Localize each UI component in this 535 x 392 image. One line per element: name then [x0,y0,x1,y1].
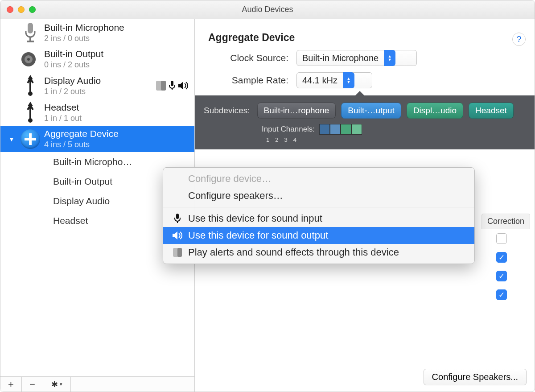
clock-source-value: Built-in Microphone [297,53,384,63]
menu-use-for-input[interactable]: Use this device for sound input [163,210,474,227]
device-io: 1 in / 1 out [44,114,190,123]
menu-separator [163,207,474,207]
device-context-menu: Configure device… Configure speakers… Us… [163,167,475,264]
stepper-arrows-icon: ▲▼ [343,72,354,88]
microphone-icon [169,81,176,91]
subdevices-label: Subdevices: [204,106,250,116]
device-io: 4 ins / 5 outs [44,140,190,149]
subdevice-pill[interactable]: Built-in…rophone [257,103,336,119]
device-aggregate[interactable]: ▼ Aggregate Device 4 ins / 5 outs [0,126,194,152]
device-io: 0 ins / 2 outs [44,60,190,70]
configure-speakers-button[interactable]: Configure Speakers... [424,369,527,385]
sound-icon [178,81,188,90]
svg-rect-18 [177,221,178,223]
chevron-down-icon: ▾ [60,381,62,387]
close-window-button[interactable] [7,6,13,13]
usb-icon [16,75,44,96]
menu-play-alerts[interactable]: Play alerts and sound effects through th… [163,244,474,261]
sample-rate-label: Sample Rate: [208,75,288,86]
device-builtin-microphone[interactable]: Built-in Microphone 2 ins / 0 outs [0,19,194,46]
panel-title: Aggregate Device [208,32,521,44]
drift-correction-checkbox[interactable]: ✓ [496,252,507,263]
menu-configure-device: Configure device… [163,170,474,187]
sample-rate-value: 44.1 kHz [297,75,343,86]
channel-numbers: 1 2 3 4 [266,136,526,143]
drift-correction-checkbox[interactable] [496,233,507,244]
add-device-button[interactable]: + [0,377,22,392]
finder-icon [156,81,166,91]
minimize-window-button[interactable] [18,6,25,13]
microphone-icon [172,214,183,223]
svg-marker-19 [173,231,177,239]
titlebar: Audio Devices [0,0,535,19]
svg-rect-11 [171,81,173,86]
device-builtin-output[interactable]: Built-in Output 0 ins / 2 outs [0,46,194,72]
drift-correction-checkbox[interactable]: ✓ [496,271,507,281]
input-channels-label: Input Channels: [262,125,315,134]
aggregate-icon [16,129,44,149]
remove-device-button[interactable]: − [22,377,43,392]
device-io: 2 ins / 0 outs [44,34,190,43]
gear-icon: ✱ [51,380,58,389]
svg-rect-1 [29,37,31,41]
subdevices-band: Subdevices: Built-in…rophone Built-…utpu… [195,95,535,149]
clock-source-label: Clock Source: [208,53,288,63]
actions-menu-button[interactable]: ✱ ▾ [43,377,71,392]
menu-use-for-output[interactable]: Use this device for sound output [163,227,474,244]
menu-configure-speakers[interactable]: Configure speakers… [163,187,474,204]
svg-rect-2 [27,41,34,42]
stepper-arrows-icon: ▲▼ [384,50,395,66]
sample-rate-dropdown[interactable]: 44.1 kHz ▲▼ [296,72,372,88]
input-channels-blocks [319,124,362,135]
device-headset[interactable]: Headset 1 in / 1 out [0,99,194,126]
svg-marker-8 [28,75,33,79]
help-button[interactable]: ? [512,33,526,46]
zoom-window-button[interactable] [29,6,36,13]
device-name: Headset [44,102,190,113]
svg-point-5 [27,58,30,61]
window-controls [7,6,36,13]
subdevice-pill[interactable]: Headset [469,103,514,119]
svg-rect-12 [172,88,173,90]
disclosure-triangle-icon[interactable]: ▼ [8,136,16,143]
svg-rect-21 [177,248,182,257]
correction-checkbox-column: ✓ ✓ ✓ [496,233,507,300]
device-name: Aggregate Device [44,128,190,139]
device-name: Built-in Output [44,49,190,59]
drift-correction-checkbox[interactable]: ✓ [496,289,507,300]
svg-rect-17 [176,214,179,219]
device-display-audio[interactable]: Display Audio 1 in / 2 outs [0,72,194,99]
window-title: Audio Devices [0,5,535,14]
microphone-icon [16,22,44,43]
device-io: 1 in / 2 outs [44,87,156,96]
finder-icon [172,248,183,257]
svg-rect-10 [161,81,166,91]
subdevice-pill[interactable]: Displ…udio [407,103,463,119]
speaker-icon [16,50,44,69]
svg-marker-16 [28,102,33,106]
clock-source-dropdown[interactable]: Built-in Microphone ▲▼ [296,50,417,66]
device-name: Built-in Microphone [44,22,190,33]
device-name: Display Audio [44,75,156,86]
subdevice-pill[interactable]: Built-…utput [341,103,401,119]
usb-icon [16,102,44,123]
sound-icon [172,231,183,240]
svg-marker-13 [178,82,183,90]
svg-rect-0 [28,23,33,33]
column-header-correction[interactable]: Correction [482,214,530,229]
sidebar-footer: + − ✱ ▾ [0,376,194,392]
